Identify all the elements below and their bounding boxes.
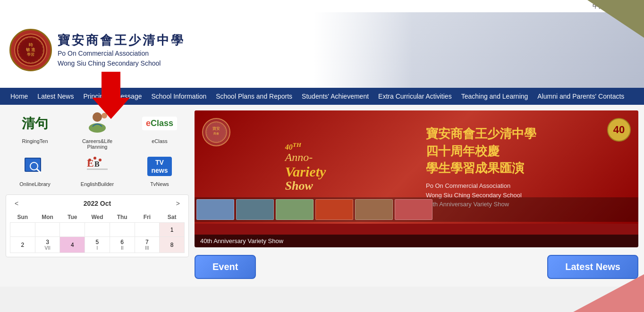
- slide-thumbnail-4[interactable]: [315, 199, 353, 220]
- slide-thumbnail-2[interactable]: [236, 199, 274, 220]
- library-label: OnlineLibrary: [19, 181, 50, 187]
- slide-thumbnail-1[interactable]: [196, 199, 234, 220]
- main-content: 清句 RingingTen Careers&LifeP: [0, 105, 644, 287]
- table-row[interactable]: 3VII: [35, 237, 60, 253]
- anniversary-text: 40TH Anno- Variety Show: [285, 142, 326, 193]
- table-row[interactable]: [35, 223, 60, 237]
- svg-text:商會: 商會: [213, 132, 219, 135]
- svg-point-7: [102, 113, 107, 118]
- header-banner-bg: [314, 12, 644, 88]
- svg-point-17: [99, 159, 102, 161]
- top-bar: 中文 | Site Map: [0, 0, 644, 12]
- school-name-en-1: Po On Commercial Association: [58, 49, 185, 59]
- nav-extra-curricular[interactable]: Extra Curricular Activities: [373, 88, 457, 105]
- table-row[interactable]: [110, 223, 135, 237]
- ringing-ten-label: RingingTen: [22, 138, 48, 144]
- slide-thumbnail-3[interactable]: [276, 199, 314, 220]
- svg-text:B: B: [94, 160, 100, 168]
- sidebar: 清句 RingingTen Careers&LifeP: [6, 110, 195, 281]
- calendar-next-btn[interactable]: >: [173, 199, 183, 208]
- calendar-month-year: 2022 Oct: [84, 200, 111, 207]
- ringing-ten-icon: 清句: [20, 110, 51, 136]
- slide-logo: 寶安 商會: [202, 118, 230, 146]
- school-name-zh: 寶安商會王少清中學: [58, 32, 185, 49]
- eclass-label: eClass: [152, 138, 168, 144]
- quicklink-online-library[interactable]: OnlineLibrary: [6, 153, 64, 187]
- slide-thumbnails: [195, 197, 638, 222]
- logo-area: 時 敏 進 學習 寶安商會王少清中學 Po On Commercial Asso…: [9, 29, 185, 71]
- slide-zh-title: 寶安商會王少清中學 四十周年校慶 學生學習成果匯演: [426, 125, 629, 177]
- table-row[interactable]: 4: [60, 237, 85, 253]
- svg-text:學習: 學習: [27, 52, 34, 57]
- calendar-prev-btn[interactable]: <: [12, 199, 21, 208]
- library-icon: [20, 153, 51, 179]
- careers-life-label: Careers&LifePlanning: [82, 138, 112, 150]
- nav-teaching-learning[interactable]: Teaching and Learning: [457, 88, 533, 105]
- cal-header-sun: Sun: [10, 212, 35, 223]
- right-content: 寶安 商會 40 40TH Anno- Variety: [195, 110, 638, 281]
- tvnews-label: TvNews: [150, 181, 169, 187]
- slide-badge-40: 40: [607, 118, 631, 142]
- header: 時 敏 進 學習 寶安商會王少清中學 Po On Commercial Asso…: [0, 12, 644, 88]
- table-row[interactable]: [135, 223, 160, 237]
- calendar-table: Sun Mon Tue Wed Thu Fri Sat: [10, 212, 185, 253]
- bottom-buttons: Event Latest News: [195, 253, 638, 281]
- latest-news-button[interactable]: Latest News: [547, 255, 638, 279]
- nav-latest-news[interactable]: Latest News: [33, 88, 78, 105]
- cal-header-mon: Mon: [35, 212, 60, 223]
- quicklink-careers-life[interactable]: Careers&LifePlanning: [68, 110, 127, 150]
- table-row[interactable]: [85, 223, 110, 237]
- slideshow: 寶安 商會 40 40TH Anno- Variety: [195, 110, 638, 247]
- school-name-block: 寶安商會王少清中學 Po On Commercial Association W…: [58, 32, 185, 68]
- quick-links-grid: 清句 RingingTen Careers&LifeP: [6, 110, 189, 187]
- svg-text:時: 時: [29, 42, 33, 47]
- nav-principals-message[interactable]: Principal's Message: [78, 88, 146, 105]
- svg-rect-14: [87, 169, 108, 170]
- calendar: < 2022 Oct > Sun Mon Tue Wed Thu Fri Sat: [6, 194, 189, 257]
- nav-school-plans[interactable]: School Plans and Reports: [211, 88, 297, 105]
- cal-header-fri: Fri: [135, 212, 160, 223]
- engbuilder-icon: E B: [82, 153, 113, 179]
- cal-header-tue: Tue: [60, 212, 85, 223]
- school-logo: 時 敏 進 學習: [9, 29, 52, 71]
- cal-header-sat: Sat: [160, 212, 185, 223]
- quicklink-ringing-ten[interactable]: 清句 RingingTen: [6, 110, 64, 150]
- nav-students-achievement[interactable]: Students' Achievement: [297, 88, 373, 105]
- svg-point-15: [88, 159, 91, 161]
- slide-thumbnail-5[interactable]: [355, 199, 393, 220]
- tvnews-icon: TVnews: [144, 153, 175, 179]
- cal-header-wed: Wed: [85, 212, 110, 223]
- engbuilder-label: EnglishBuilder: [81, 181, 114, 187]
- quicklink-eclass[interactable]: eClass eClass: [130, 110, 189, 150]
- quicklink-tvnews[interactable]: TVnews TvNews: [130, 153, 189, 187]
- nav-school-information[interactable]: School Information: [146, 88, 211, 105]
- careers-icon: [82, 110, 113, 136]
- logo-inner: 時 敏 進 學習: [14, 34, 47, 67]
- table-row[interactable]: 1: [160, 223, 185, 237]
- slide-caption: 40th Anniversary Variety Show: [195, 235, 638, 247]
- nav-alumni-contacts[interactable]: Alumni and Parents' Contacts: [533, 88, 629, 105]
- table-row[interactable]: 6II: [110, 237, 135, 253]
- eclass-icon: eClass: [144, 110, 175, 136]
- table-row[interactable]: 7III: [135, 237, 160, 253]
- cal-header-thu: Thu: [110, 212, 135, 223]
- event-button[interactable]: Event: [195, 255, 256, 279]
- svg-text:敏 進: 敏 進: [26, 47, 35, 52]
- nav-home[interactable]: Home: [6, 88, 33, 105]
- main-nav: Home Latest News Principal's Message Sch…: [0, 88, 644, 105]
- table-row[interactable]: [60, 223, 85, 237]
- calendar-header: < 2022 Oct >: [10, 199, 185, 208]
- svg-point-16: [93, 157, 96, 160]
- svg-text:寶安: 寶安: [212, 126, 220, 131]
- slide-thumbnail-6[interactable]: [395, 199, 432, 220]
- table-row[interactable]: 5I: [85, 237, 110, 253]
- table-row[interactable]: 2: [10, 237, 35, 253]
- table-row[interactable]: [10, 223, 35, 237]
- school-name-en-2: Wong Siu Ching Secondary School: [58, 59, 185, 68]
- svg-point-5: [93, 112, 102, 122]
- quicklink-english-builder[interactable]: E B EnglishBuilder: [68, 153, 127, 187]
- table-row[interactable]: 8: [160, 237, 185, 253]
